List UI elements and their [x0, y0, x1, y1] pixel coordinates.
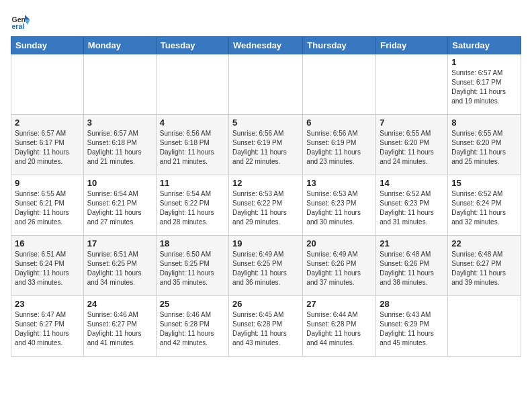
calendar-cell: 7Sunrise: 6:55 AM Sunset: 6:20 PM Daylig…	[376, 115, 448, 175]
day-number: 16	[15, 238, 80, 248]
calendar-cell: 12Sunrise: 6:53 AM Sunset: 6:22 PM Dayli…	[229, 175, 303, 236]
day-number: 15	[451, 178, 517, 188]
day-info: Sunrise: 6:57 AM Sunset: 6:17 PM Dayligh…	[15, 129, 80, 167]
calendar-cell: 9Sunrise: 6:55 AM Sunset: 6:21 PM Daylig…	[11, 175, 84, 236]
day-number: 7	[380, 118, 444, 128]
day-info: Sunrise: 6:55 AM Sunset: 6:21 PM Dayligh…	[15, 189, 80, 227]
day-info: Sunrise: 6:53 AM Sunset: 6:23 PM Dayligh…	[306, 189, 372, 227]
day-number: 28	[380, 299, 444, 309]
calendar-cell	[11, 54, 84, 115]
day-info: Sunrise: 6:54 AM Sunset: 6:22 PM Dayligh…	[160, 189, 225, 227]
header-saturday: Saturday	[448, 37, 521, 54]
day-info: Sunrise: 6:52 AM Sunset: 6:23 PM Dayligh…	[380, 189, 444, 227]
header-thursday: Thursday	[303, 37, 376, 54]
week-row-4: 16Sunrise: 6:51 AM Sunset: 6:24 PM Dayli…	[11, 236, 521, 296]
day-info: Sunrise: 6:56 AM Sunset: 6:18 PM Dayligh…	[160, 129, 225, 167]
svg-marker-2	[25, 15, 30, 20]
day-info: Sunrise: 6:52 AM Sunset: 6:24 PM Dayligh…	[451, 189, 517, 227]
calendar-cell: 24Sunrise: 6:46 AM Sunset: 6:27 PM Dayli…	[83, 296, 156, 357]
day-info: Sunrise: 6:55 AM Sunset: 6:20 PM Dayligh…	[451, 129, 517, 167]
day-info: Sunrise: 6:54 AM Sunset: 6:21 PM Dayligh…	[87, 189, 152, 227]
day-number: 22	[451, 238, 517, 248]
calendar-cell: 13Sunrise: 6:53 AM Sunset: 6:23 PM Dayli…	[303, 175, 376, 236]
day-number: 14	[380, 178, 444, 188]
day-info: Sunrise: 6:49 AM Sunset: 6:25 PM Dayligh…	[232, 250, 299, 287]
calendar-cell: 17Sunrise: 6:51 AM Sunset: 6:25 PM Dayli…	[83, 236, 156, 296]
week-row-1: 1Sunrise: 6:57 AM Sunset: 6:17 PM Daylig…	[11, 54, 521, 115]
day-number: 3	[87, 118, 152, 128]
calendar-cell: 6Sunrise: 6:56 AM Sunset: 6:19 PM Daylig…	[303, 115, 376, 175]
svg-marker-3	[25, 20, 30, 26]
day-number: 2	[15, 118, 80, 128]
calendar-cell: 5Sunrise: 6:56 AM Sunset: 6:19 PM Daylig…	[229, 115, 303, 175]
day-info: Sunrise: 6:48 AM Sunset: 6:27 PM Dayligh…	[451, 250, 517, 287]
header-tuesday: Tuesday	[156, 37, 228, 54]
day-number: 18	[160, 238, 225, 248]
day-number: 1	[451, 57, 517, 67]
day-info: Sunrise: 6:51 AM Sunset: 6:25 PM Dayligh…	[87, 250, 152, 287]
day-info: Sunrise: 6:51 AM Sunset: 6:24 PM Dayligh…	[15, 250, 80, 287]
day-number: 8	[451, 118, 517, 128]
day-info: Sunrise: 6:55 AM Sunset: 6:20 PM Dayligh…	[380, 129, 444, 167]
week-row-2: 2Sunrise: 6:57 AM Sunset: 6:17 PM Daylig…	[11, 115, 521, 175]
day-number: 4	[160, 118, 225, 128]
calendar-cell: 19Sunrise: 6:49 AM Sunset: 6:25 PM Dayli…	[229, 236, 303, 296]
calendar-cell: 18Sunrise: 6:50 AM Sunset: 6:25 PM Dayli…	[156, 236, 228, 296]
day-info: Sunrise: 6:57 AM Sunset: 6:17 PM Dayligh…	[451, 68, 517, 106]
day-info: Sunrise: 6:44 AM Sunset: 6:28 PM Dayligh…	[306, 310, 372, 348]
day-info: Sunrise: 6:43 AM Sunset: 6:29 PM Dayligh…	[380, 310, 444, 348]
day-number: 21	[380, 238, 444, 248]
day-info: Sunrise: 6:57 AM Sunset: 6:18 PM Dayligh…	[87, 129, 152, 167]
calendar-cell: 16Sunrise: 6:51 AM Sunset: 6:24 PM Dayli…	[11, 236, 84, 296]
day-info: Sunrise: 6:49 AM Sunset: 6:26 PM Dayligh…	[306, 250, 372, 287]
logo-icon: Gen eral	[11, 11, 31, 31]
day-number: 26	[232, 299, 299, 309]
day-info: Sunrise: 6:56 AM Sunset: 6:19 PM Dayligh…	[306, 129, 372, 167]
week-row-5: 23Sunrise: 6:47 AM Sunset: 6:27 PM Dayli…	[11, 296, 521, 357]
calendar-cell: 11Sunrise: 6:54 AM Sunset: 6:22 PM Dayli…	[156, 175, 228, 236]
day-info: Sunrise: 6:53 AM Sunset: 6:22 PM Dayligh…	[232, 189, 299, 227]
calendar-cell: 3Sunrise: 6:57 AM Sunset: 6:18 PM Daylig…	[83, 115, 156, 175]
calendar-cell	[376, 54, 448, 115]
page-header: Gen eral	[11, 11, 521, 31]
calendar-cell	[229, 54, 303, 115]
day-number: 20	[306, 238, 372, 248]
svg-text:eral: eral	[12, 22, 25, 30]
calendar-cell: 21Sunrise: 6:48 AM Sunset: 6:26 PM Dayli…	[376, 236, 448, 296]
calendar-cell: 23Sunrise: 6:47 AM Sunset: 6:27 PM Dayli…	[11, 296, 84, 357]
day-info: Sunrise: 6:46 AM Sunset: 6:27 PM Dayligh…	[87, 310, 152, 348]
day-info: Sunrise: 6:48 AM Sunset: 6:26 PM Dayligh…	[380, 250, 444, 287]
calendar-cell: 22Sunrise: 6:48 AM Sunset: 6:27 PM Dayli…	[448, 236, 521, 296]
day-number: 23	[15, 299, 80, 309]
calendar-cell	[448, 296, 521, 357]
header-sunday: Sunday	[11, 37, 84, 54]
day-info: Sunrise: 6:46 AM Sunset: 6:28 PM Dayligh…	[160, 310, 225, 348]
calendar-header-row: SundayMondayTuesdayWednesdayThursdayFrid…	[11, 37, 521, 54]
day-number: 25	[160, 299, 225, 309]
calendar-cell: 8Sunrise: 6:55 AM Sunset: 6:20 PM Daylig…	[448, 115, 521, 175]
day-number: 9	[15, 178, 80, 188]
day-info: Sunrise: 6:45 AM Sunset: 6:28 PM Dayligh…	[232, 310, 299, 348]
header-monday: Monday	[83, 37, 156, 54]
header-wednesday: Wednesday	[229, 37, 303, 54]
calendar-cell: 14Sunrise: 6:52 AM Sunset: 6:23 PM Dayli…	[376, 175, 448, 236]
week-row-3: 9Sunrise: 6:55 AM Sunset: 6:21 PM Daylig…	[11, 175, 521, 236]
day-number: 24	[87, 299, 152, 309]
calendar-cell: 25Sunrise: 6:46 AM Sunset: 6:28 PM Dayli…	[156, 296, 228, 357]
day-number: 10	[87, 178, 152, 188]
calendar-cell: 28Sunrise: 6:43 AM Sunset: 6:29 PM Dayli…	[376, 296, 448, 357]
day-info: Sunrise: 6:47 AM Sunset: 6:27 PM Dayligh…	[15, 310, 80, 348]
calendar-cell: 27Sunrise: 6:44 AM Sunset: 6:28 PM Dayli…	[303, 296, 376, 357]
calendar-cell	[156, 54, 228, 115]
calendar-cell: 4Sunrise: 6:56 AM Sunset: 6:18 PM Daylig…	[156, 115, 228, 175]
calendar-cell: 20Sunrise: 6:49 AM Sunset: 6:26 PM Dayli…	[303, 236, 376, 296]
calendar-cell: 26Sunrise: 6:45 AM Sunset: 6:28 PM Dayli…	[229, 296, 303, 357]
day-number: 13	[306, 178, 372, 188]
calendar-cell	[303, 54, 376, 115]
calendar-cell: 2Sunrise: 6:57 AM Sunset: 6:17 PM Daylig…	[11, 115, 84, 175]
logo: Gen eral	[11, 11, 32, 31]
calendar-cell: 15Sunrise: 6:52 AM Sunset: 6:24 PM Dayli…	[448, 175, 521, 236]
calendar-cell: 1Sunrise: 6:57 AM Sunset: 6:17 PM Daylig…	[448, 54, 521, 115]
day-number: 12	[232, 178, 299, 188]
day-number: 27	[306, 299, 372, 309]
